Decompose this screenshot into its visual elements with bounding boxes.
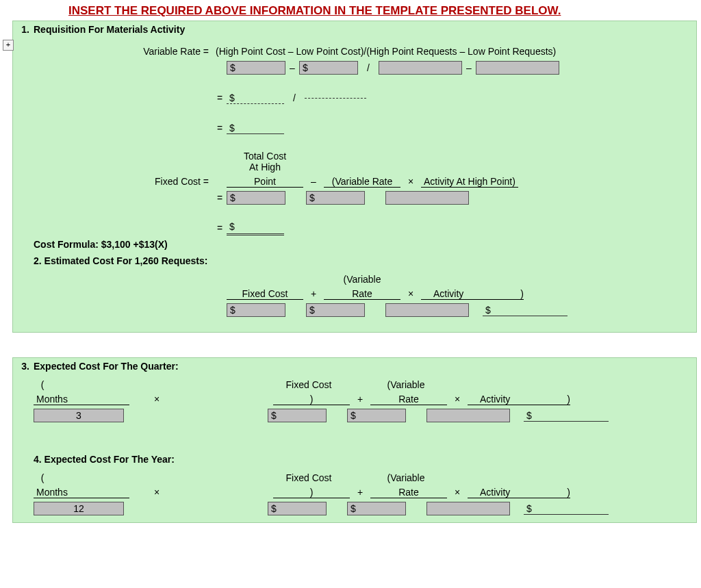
- fixed-cost-input-2[interactable]: $: [227, 303, 285, 317]
- open-paren-3: (: [34, 379, 51, 390]
- fixed-cost-hdr-3a: Fixed Cost: [270, 379, 347, 390]
- equals-3: =: [213, 192, 227, 203]
- times-op-4a: ×: [129, 487, 184, 498]
- vrate-input-2[interactable]: $: [306, 303, 365, 317]
- fixed-cost-input-3[interactable]: $: [268, 409, 327, 422]
- activity-hdr: Activity: [433, 288, 463, 299]
- vrate-hdr-4a: (Variable: [368, 472, 444, 483]
- vrate-hdr-3a: (Variable: [368, 379, 444, 390]
- section-gap: [12, 333, 697, 357]
- section-1-title: Requisition For Materials Activity: [34, 24, 185, 35]
- cost-diff-result: $: [227, 92, 284, 104]
- total-cost-hdr-3: Point: [227, 176, 303, 188]
- fixed-cost-result: $: [227, 221, 284, 235]
- activity-hdr-3: Activity: [480, 394, 510, 405]
- activity-hdr-4: Activity: [480, 487, 510, 498]
- vrate-input-3[interactable]: $: [347, 409, 406, 422]
- variable-rate-result: $: [227, 123, 284, 134]
- divide-op: /: [358, 62, 379, 73]
- year-cost-result: $: [524, 503, 609, 515]
- activity-input-2[interactable]: [385, 303, 469, 317]
- times-op-4b: ×: [447, 487, 468, 498]
- minus-op: –: [285, 62, 299, 73]
- months-input-3[interactable]: 3: [34, 409, 124, 422]
- fixed-cost-label: Fixed Cost =: [16, 176, 213, 187]
- vrate2-hdr-b: Rate: [324, 288, 400, 300]
- minus-op-3: –: [303, 176, 324, 187]
- total-cost-hdr-2: At High: [227, 162, 303, 172]
- section-1-2: 1. Requisition For Materials Activity Va…: [12, 21, 697, 333]
- fixed-cost-hdr-3b: ): [273, 394, 350, 405]
- cost-formula: Cost Formula: $3,100 +$13(X): [34, 239, 168, 250]
- variable-rate-formula: (High Point Cost – Low Point Cost)/(High…: [213, 46, 693, 57]
- vrate-hdr-4b: Rate: [370, 487, 447, 498]
- equals-4: =: [213, 222, 227, 233]
- activity-input-3[interactable]: [426, 409, 510, 422]
- vrate-input-4[interactable]: $: [347, 502, 406, 515]
- close-paren-1: ): [520, 288, 524, 299]
- section-3-title: Expected Cost For The Quarter:: [34, 361, 179, 372]
- close-paren-4: ): [567, 487, 570, 498]
- vrate-hdr: (Variable Rate: [324, 176, 400, 188]
- vrate2-hdr-a: (Variable: [324, 274, 400, 285]
- times-op: ×: [400, 176, 421, 187]
- instruction-heading: INSERT THE REQUIRED ABOVE INFORMATION IN…: [0, 0, 701, 21]
- fixed-cost-hdr: Fixed Cost: [227, 288, 303, 300]
- high-point-cost-input[interactable]: $: [227, 61, 285, 75]
- fixed-cost-hdr-4a: Fixed Cost: [270, 472, 347, 483]
- months-input-4[interactable]: 12: [34, 502, 124, 515]
- times-op-2: ×: [400, 288, 421, 299]
- activity-high-hdr: Activity At High Point): [421, 176, 518, 188]
- section-3-number: 3.: [16, 361, 34, 372]
- plus-op: +: [303, 288, 324, 299]
- low-point-requests-input[interactable]: [476, 61, 559, 75]
- open-paren-4: (: [34, 472, 51, 483]
- activity-high-input[interactable]: [385, 191, 469, 205]
- expand-icon[interactable]: +: [3, 40, 14, 51]
- section-1-number: 1.: [16, 24, 34, 35]
- high-point-requests-input[interactable]: [379, 61, 462, 75]
- plus-op-4: +: [350, 487, 370, 498]
- months-hdr-3: Months: [34, 394, 129, 405]
- fixed-cost-hdr-4b: ): [273, 487, 350, 498]
- times-op-3a: ×: [129, 394, 184, 405]
- vrate-input[interactable]: $: [306, 191, 365, 205]
- quarter-cost-result: $: [524, 410, 609, 422]
- close-paren-3: ): [567, 394, 570, 405]
- minus-op-2: –: [462, 62, 476, 73]
- total-cost-high-input[interactable]: $: [227, 191, 285, 205]
- variable-rate-label: Variable Rate =: [16, 46, 213, 57]
- total-cost-hdr-1: Total Cost: [227, 151, 303, 162]
- requests-diff-result: [305, 98, 366, 99]
- section-3-4: 3. Expected Cost For The Quarter: ( Fixe…: [12, 357, 697, 523]
- est-cost-result: $: [483, 305, 568, 316]
- vrate-hdr-3b: Rate: [370, 394, 447, 405]
- plus-op-3: +: [350, 394, 370, 405]
- activity-input-4[interactable]: [426, 502, 510, 515]
- fixed-cost-input-4[interactable]: $: [268, 502, 327, 515]
- times-op-3b: ×: [447, 394, 468, 405]
- months-hdr-4: Months: [34, 487, 129, 498]
- equals-2: =: [213, 123, 227, 133]
- section-2-title: 2. Estimated Cost For 1,260 Requests:: [34, 255, 207, 266]
- divide-op-2: /: [284, 92, 305, 103]
- section-4-title: 4. Expected Cost For The Year:: [34, 454, 175, 465]
- low-point-cost-input[interactable]: $: [299, 61, 358, 75]
- equals-1: =: [213, 92, 227, 103]
